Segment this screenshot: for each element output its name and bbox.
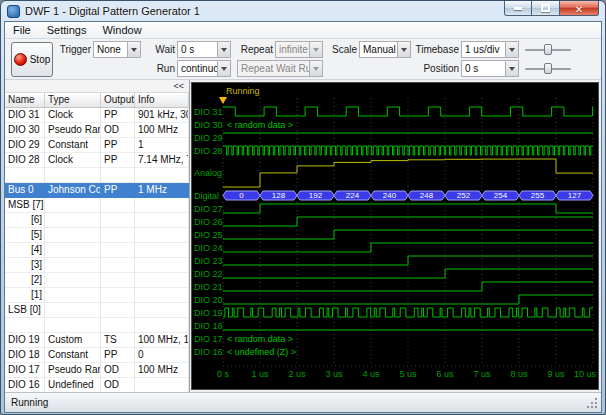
timebase-label: Timebase	[415, 41, 459, 58]
svg-text:DIO 30: DIO 30	[194, 120, 223, 130]
table-cell-output: TS	[101, 333, 135, 348]
table-row[interactable]: [5]	[5, 228, 189, 243]
table-row[interactable]: [2]	[5, 273, 189, 288]
menu-file[interactable]: File	[5, 23, 39, 37]
table-row[interactable]: [4]	[5, 243, 189, 258]
svg-text:DIO 16: DIO 16	[194, 347, 223, 357]
table-cell-name: [4]	[5, 243, 45, 258]
wait-label: Wait	[145, 41, 175, 58]
scale-select[interactable]: Manual	[359, 41, 411, 58]
svg-text:6 us: 6 us	[436, 369, 454, 379]
app-icon	[7, 5, 20, 18]
svg-text:9 us: 9 us	[547, 369, 565, 379]
table-cell-type: Undefined	[45, 378, 101, 392]
table-cell-output: PP	[101, 108, 135, 123]
column-header-type[interactable]: Type	[45, 93, 101, 107]
svg-text:DIO 18: DIO 18	[194, 321, 223, 331]
svg-text:DIO 17: DIO 17	[194, 334, 223, 344]
minimize-button[interactable]	[504, 1, 532, 16]
menu-window[interactable]: Window	[94, 23, 149, 37]
table-row[interactable]: [6]	[5, 213, 189, 228]
table-row[interactable]: DIO 17Pseudo Ran..OD100 MHz	[5, 363, 189, 378]
table-cell-type: Pseudo Ran..	[45, 363, 101, 378]
table-cell-info	[135, 288, 189, 303]
slider-thumb[interactable]	[544, 44, 552, 55]
svg-text:Digital: Digital	[194, 191, 219, 201]
svg-text:8 us: 8 us	[510, 369, 528, 379]
repeat-value: infinite	[276, 44, 309, 55]
svg-text:DIO 22: DIO 22	[194, 269, 223, 279]
table-cell-name: [1]	[5, 288, 45, 303]
close-button[interactable]	[559, 1, 599, 16]
table-cell-type	[45, 288, 101, 303]
svg-text:Running: Running	[226, 86, 260, 96]
maximize-icon	[541, 4, 550, 12]
table-row[interactable]: DIO 16UndefinedOD	[5, 378, 189, 392]
svg-text:DIO 27: DIO 27	[194, 204, 223, 214]
collapse-panel-button[interactable]: <<	[173, 81, 184, 91]
table-cell-info: 901 kHz, 30 %...	[135, 108, 189, 123]
svg-text:192: 192	[309, 191, 323, 200]
svg-text:DIO 28: DIO 28	[194, 146, 223, 156]
timebase-select[interactable]: 1 us/div	[461, 41, 519, 58]
table-cell-info	[135, 243, 189, 258]
table-cell-info: 0	[135, 348, 189, 363]
column-header-info[interactable]: Info	[135, 93, 189, 107]
table-row[interactable]: [3]	[5, 258, 189, 273]
table-row[interactable]: DIO 19CustomTS100 MHz, 128 s...	[5, 333, 189, 348]
run-select[interactable]: continuous	[177, 60, 231, 77]
wait-select[interactable]: 0 s	[177, 41, 231, 58]
panel-toolbar: <<	[5, 80, 189, 93]
column-header-output[interactable]: Output	[101, 93, 135, 107]
resize-grip[interactable]	[595, 406, 597, 408]
position-slider[interactable]	[523, 60, 573, 77]
table-row[interactable]: DIO 29ConstantPP1	[5, 138, 189, 153]
table-row[interactable]: MSB [7]	[5, 198, 189, 213]
waveform-plot[interactable]: RunningDIO 31DIO 30< random data >DIO 29…	[191, 82, 599, 390]
channel-dio-20: DIO 20	[194, 295, 593, 305]
svg-text:5 us: 5 us	[399, 369, 417, 379]
table-row[interactable]: DIO 31ClockPP901 kHz, 30 %...	[5, 108, 189, 123]
table-row[interactable]: DIO 28ClockPP7.14 MHz, 71.4...	[5, 153, 189, 168]
svg-text:255: 255	[531, 191, 545, 200]
table-row[interactable]: DIO 18ConstantPP0	[5, 348, 189, 363]
table-row[interactable]: DIO 30Pseudo Ran..OD100 MHz	[5, 123, 189, 138]
table-cell-name: [5]	[5, 228, 45, 243]
channel-dio-18: DIO 18	[194, 321, 593, 331]
main-area: << Name Type Output Info DIO 31ClockPP90…	[5, 80, 601, 392]
table-cell-type: Custom	[45, 333, 101, 348]
table-row[interactable]: LSB [0]	[5, 303, 189, 318]
table-row[interactable]	[5, 168, 189, 183]
stop-button[interactable]: Stop	[11, 42, 53, 77]
svg-text:< random data >: < random data >	[227, 120, 293, 130]
repeat-select[interactable]: infinite	[275, 41, 323, 58]
channel-dio-27: DIO 27	[194, 204, 593, 214]
svg-text:240: 240	[383, 191, 397, 200]
title-bar[interactable]: DWF 1 - Digital Pattern Generator 1	[1, 1, 605, 21]
table-cell-output: OD	[101, 363, 135, 378]
table-row[interactable]	[5, 318, 189, 333]
table-cell-name: MSB [7]	[5, 198, 45, 213]
table-cell-output: OD	[101, 123, 135, 138]
table-cell-info: 100 MHz, 128 s...	[135, 333, 189, 348]
svg-text:7 us: 7 us	[473, 369, 491, 379]
slider-thumb[interactable]	[544, 63, 552, 74]
channel-dio-24: DIO 24	[194, 243, 593, 253]
timebase-slider[interactable]	[523, 41, 573, 58]
menu-settings[interactable]: Settings	[39, 23, 95, 37]
table-row[interactable]: Bus 0Johnson Co..PP1 MHz	[5, 183, 189, 198]
table-cell-type: Pseudo Ran..	[45, 123, 101, 138]
table-row[interactable]: [1]	[5, 288, 189, 303]
svg-text:0: 0	[239, 191, 244, 200]
position-select[interactable]: 0 s	[461, 60, 519, 77]
trigger-select[interactable]: None	[93, 41, 141, 58]
svg-text:10 us: 10 us	[574, 369, 597, 379]
table-cell-output	[101, 303, 135, 318]
column-header-name[interactable]: Name	[5, 93, 45, 107]
table-cell-info: 1 MHz	[135, 183, 189, 198]
table-cell-name	[5, 318, 45, 333]
repeat-wait-run-select[interactable]: Repeat Wait Run	[237, 60, 323, 77]
maximize-button[interactable]	[532, 1, 559, 16]
stop-button-label: Stop	[30, 54, 51, 65]
table-cell-type	[45, 273, 101, 288]
